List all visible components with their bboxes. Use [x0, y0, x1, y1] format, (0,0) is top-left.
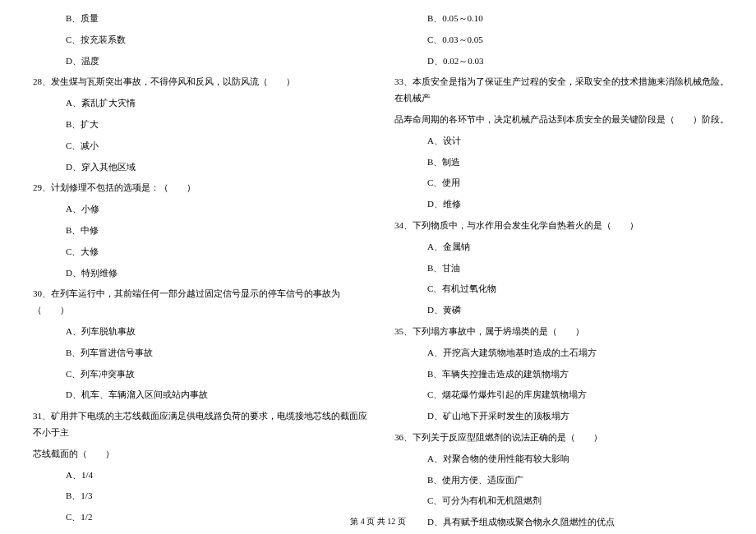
question-text-cont: 芯线截面的（ ）	[25, 444, 370, 465]
option-text: A、列车脱轨事故	[25, 321, 370, 343]
option-text: D、黄磷	[386, 300, 731, 321]
option-text: B、使用方便、适应面广	[386, 470, 731, 491]
page-footer: 第 4 页 共 12 页	[0, 516, 756, 527]
option-text: D、特别维修	[25, 263, 370, 284]
option-text: B、1/3	[25, 486, 370, 507]
option-text: B、质量	[25, 8, 370, 30]
left-column: B、质量 C、按充装系数 D、温度 28、发生煤与瓦斯突出事故，不得停风和反风，…	[16, 8, 378, 509]
option-text: D、温度	[25, 51, 370, 72]
question-text: 36、下列关于反应型阻燃剂的说法正确的是（ ）	[386, 427, 731, 449]
option-text: B、甘油	[386, 258, 731, 279]
option-text: C、按充装系数	[25, 30, 370, 51]
option-text: D、3/4	[25, 528, 370, 534]
option-text: A、小修	[25, 199, 370, 220]
option-text: C、大修	[25, 242, 370, 263]
option-text: C、有机过氧化物	[386, 279, 731, 300]
option-text: C、烟花爆竹爆炸引起的库房建筑物塌方	[386, 384, 731, 406]
option-text: A、开挖高大建筑物地基时造成的土石塌方	[386, 343, 731, 364]
option-text: B、扩大	[25, 114, 370, 136]
option-text: D、0.02～0.03	[386, 51, 731, 72]
option-text: A、金属钠	[386, 237, 731, 258]
question-text: 33、本质安全是指为了保证生产过程的安全，采取安全的技术措施来消除机械危险。在机…	[386, 71, 731, 109]
option-text: C、0.03～0.05	[386, 30, 731, 51]
right-column: B、0.05～0.10 C、0.03～0.05 D、0.02～0.03 33、本…	[378, 8, 740, 509]
option-text: A、设计	[386, 131, 731, 152]
option-text: C、使用	[386, 173, 731, 194]
question-text-cont: 品寿命周期的各环节中，决定机械产品达到本质安全的最关键阶段是（ ）阶段。	[386, 109, 731, 131]
question-text: 31、矿用井下电缆的主芯线截面应满足供电线路负荷的要求，电缆接地芯线的截面应不小…	[25, 406, 370, 444]
option-text: B、0.05～0.10	[386, 8, 731, 30]
option-text: B、列车冒进信号事故	[25, 343, 370, 364]
option-text: C、列车冲突事故	[25, 364, 370, 385]
option-text: D、矿山地下开采时发生的顶板塌方	[386, 406, 731, 427]
option-text: D、维修	[386, 194, 731, 215]
question-text: 28、发生煤与瓦斯突出事故，不得停风和反风，以防风流（ ）	[25, 71, 370, 93]
option-text: B、车辆失控撞击造成的建筑物塌方	[386, 364, 731, 385]
option-text: C、可分为有机和无机阻燃剂	[386, 490, 731, 512]
option-text: D、机车、车辆溜入区间或站内事故	[25, 384, 370, 406]
option-text: D、穿入其他区域	[25, 157, 370, 178]
option-text: A、对聚合物的使用性能有较大影响	[386, 449, 731, 470]
question-text: 29、计划修理不包括的选项是：（ ）	[25, 177, 370, 199]
question-text: 35、下列塌方事故中，属于坍塌类的是（ ）	[386, 321, 731, 343]
question-text: 34、下列物质中，与水作用会发生化学自热着火的是（ ）	[386, 215, 731, 237]
option-text: C、减小	[25, 136, 370, 157]
option-text: A、紊乱扩大灾情	[25, 93, 370, 114]
option-text: A、1/4	[25, 465, 370, 486]
question-text: 30、在列车运行中，其前端任何一部分越过固定信号显示的停车信号的事故为（ ）	[25, 283, 370, 321]
option-text: B、中修	[25, 220, 370, 242]
option-text: B、制造	[386, 152, 731, 173]
